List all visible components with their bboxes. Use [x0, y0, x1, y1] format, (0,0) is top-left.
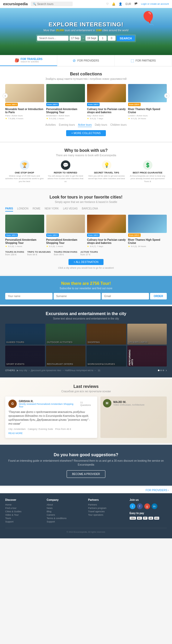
card-name: Culinary tour to Parisian candy shops an… — [87, 108, 126, 114]
footer-link[interactable]: Partners — [88, 503, 125, 506]
currency[interactable]: EUR — [125, 3, 131, 5]
adults-input[interactable]: 1 — [99, 36, 107, 41]
linkedin-icon[interactable]: in — [152, 503, 157, 509]
all-destination-button[interactable]: + ALL DESTINATION — [68, 259, 104, 265]
one-stop-icon: 🏆 — [20, 160, 29, 170]
footer-link[interactable]: Home — [5, 503, 43, 506]
newsletter-subtitle: Subscribe to our newsletter and find out… — [5, 287, 167, 290]
date-to[interactable]: 19 Sept — [85, 36, 98, 41]
footer-link[interactable]: Support — [5, 520, 43, 523]
nav-tab-providers[interactable]: ⊘ FOR PROVIDERS — [57, 55, 114, 66]
card-duration: 7 days — [97, 245, 103, 248]
review-main: G GRISHA R. Strictly reviewed Personaliz… — [5, 396, 97, 438]
excursion-spa[interactable]: SPA&WELLNESS — [127, 324, 167, 345]
star-icon: ★ — [87, 245, 89, 248]
nav-tab-partners-label: FOR PARTNERS — [136, 59, 156, 62]
notification-icon[interactable]: 🔔 — [112, 2, 116, 6]
why-item-desc: Widest range of 25 000 tours and activit… — [5, 175, 44, 183]
footer-link[interactable]: Tours — [5, 517, 43, 520]
newsletter-name-input[interactable] — [5, 293, 53, 299]
newsletter-email-input[interactable] — [102, 293, 149, 299]
for-providers-link[interactable]: FOR PROVIDERS — [146, 489, 167, 492]
city-tab-barcelona[interactable]: BARCELONA — [82, 207, 98, 212]
newsletter-order-button[interactable]: ORDER — [150, 293, 167, 299]
user-icon[interactable]: 👤 — [119, 2, 122, 6]
collection-card[interactable]: from 229 € River Thames High Speed Cruis… — [128, 84, 167, 120]
filter-activities[interactable]: Activities — [45, 123, 56, 127]
footer-link[interactable]: Find a tour — [5, 507, 43, 509]
date-from[interactable]: 17 Sep — [70, 36, 81, 41]
footer-link[interactable]: Support — [47, 520, 84, 523]
auth-link[interactable]: Login or create an account — [141, 3, 169, 5]
footer-link[interactable]: Tour operators — [88, 514, 125, 516]
city-tour-card[interactable]: from 100 € Personalized Amsterdam Shoppi… — [5, 215, 44, 248]
flag-icon[interactable]: 🏴 — [134, 2, 138, 6]
excursion-guided[interactable]: GUIDED TOURS — [5, 324, 45, 345]
footer-link[interactable]: Video & Tour — [5, 514, 43, 516]
excursion-outdoor[interactable]: OUTDOOR ACTIVITIES — [46, 324, 86, 345]
collections-grid: from 160 € Moveable feast or Introductio… — [5, 84, 167, 120]
price-badge: from 100 € — [5, 233, 18, 237]
exc-dot[interactable] — [158, 370, 159, 371]
nav-tab-travelers[interactable]: 🎒 FOR TRAVELERS Search for activities — [0, 55, 57, 66]
card-rating: 9.0 (6) — [8, 245, 14, 248]
excursion-performing[interactable]: perforMing ArtS — [127, 346, 167, 366]
excursion-workshop[interactable]: WORKSHOP&COURSES — [87, 346, 126, 366]
google-icon[interactable]: g — [144, 503, 150, 509]
footer-link[interactable]: Partners program — [88, 507, 125, 509]
exc-dot[interactable] — [160, 370, 162, 371]
city-tab-paris[interactable]: PARIS — [5, 207, 13, 212]
city-tour-card[interactable]: from 100 € Culinary tour to Parisian can… — [87, 215, 126, 248]
tours-filter: Activities Evening tours Active tours Da… — [5, 123, 167, 127]
city-tab-lasvegas[interactable]: LAS VEGAS — [63, 207, 78, 212]
header-right: ♡ 🔔 👤 EUR 🏴 Login or create an account — [106, 2, 169, 6]
hero-search-button[interactable]: SEARCH — [117, 35, 135, 41]
footer-link[interactable]: News — [47, 507, 84, 509]
become-provider-button[interactable]: BECOME A PROVIDER — [67, 470, 106, 478]
collection-card[interactable]: from 100 € Personalized Amsterdam Shoppi… — [46, 84, 85, 120]
newsletter-surname-input[interactable] — [54, 293, 101, 299]
footer-link[interactable]: Careers — [47, 514, 84, 516]
facebook-icon[interactable]: f — [137, 503, 143, 509]
slider-arrow-right[interactable]: › — [164, 93, 169, 98]
excursion-sport[interactable]: SPORT EVENTS — [5, 346, 45, 366]
city-tour-card[interactable]: from 229 € River Thames High Speed Cruis… — [128, 215, 167, 248]
why-item: 🏆 ONE STOP SHOP Widest range of 25 000 t… — [5, 160, 44, 183]
nav-tab-partners[interactable]: ⬚ FOR PARTNERS — [115, 55, 172, 66]
header-search[interactable]: 🔍 — [31, 2, 73, 6]
more-collections-button[interactable]: + MORE COLLECTIONS — [66, 130, 106, 136]
city-tab-rome[interactable]: ROME — [33, 207, 41, 212]
card-image-london — [87, 84, 126, 102]
footer-link[interactable]: About — [47, 503, 84, 506]
read-more-link[interactable]: READ MORE — [8, 432, 23, 435]
city-tab-newyork[interactable]: NEW YORK — [45, 207, 59, 212]
city-tab-london[interactable]: LONDON — [17, 207, 28, 212]
review-text: "Покупаю вам фото з представленням можли… — [8, 410, 94, 426]
footer-company: Company About News Blog Careers Terms & … — [47, 498, 84, 524]
footer-link[interactable]: Blog — [47, 510, 84, 513]
city-tour-card[interactable]: from 100 € Personalized Amsterdam Shoppi… — [46, 215, 85, 248]
filter-active[interactable]: Active tours — [78, 123, 91, 127]
slider-arrow-left[interactable]: ‹ — [3, 93, 8, 98]
children-input[interactable]: 0 — [108, 36, 116, 41]
filter-evening[interactable]: Evening tours — [59, 123, 75, 127]
newsletter-section: Now there are 2756 Tour! Subscribe to ou… — [0, 276, 172, 305]
header-search-input[interactable] — [37, 2, 71, 5]
twitter-icon[interactable]: t — [130, 503, 135, 509]
excursions-nav: OTHERS ▶ Any city → Диccount для прокатн… — [5, 369, 167, 372]
collection-card[interactable]: from 160 € Moveable feast or Introductio… — [5, 84, 44, 120]
exc-others-label[interactable]: OTHERS — [5, 369, 15, 372]
excursion-restaurant[interactable]: RESTAURANT OFFERS — [46, 346, 86, 366]
exc-arrow-right[interactable]: › — [166, 369, 167, 372]
excursion-shopping[interactable]: SHOPPING — [87, 324, 126, 345]
hero-search-input[interactable] — [37, 36, 68, 41]
exc-dot[interactable] — [163, 370, 164, 371]
logo[interactable]: excursiopedia — [3, 2, 28, 6]
footer-link[interactable]: Travel agencies — [88, 510, 125, 513]
collection-card[interactable]: from 100 € Culinary tour to Parisian can… — [87, 84, 126, 120]
footer-link[interactable]: Cities & Guides — [5, 510, 43, 513]
footer-link[interactable]: Terms & conditions — [47, 517, 84, 520]
wishlist-icon[interactable]: ♡ — [106, 2, 109, 6]
filter-daily[interactable]: Daily tours — [95, 123, 107, 127]
filter-children[interactable]: Children tours — [110, 123, 127, 127]
